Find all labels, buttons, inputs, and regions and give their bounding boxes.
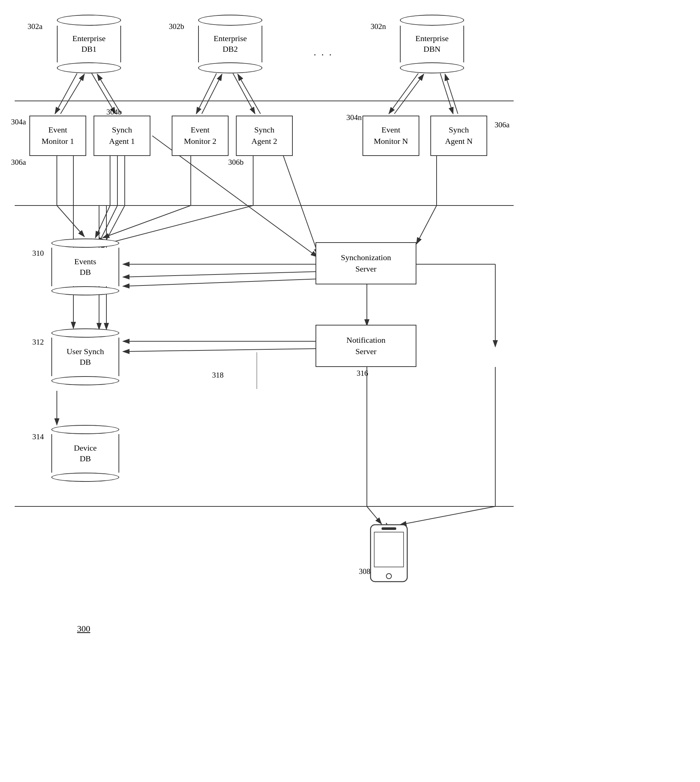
ref-306b: 306b	[228, 158, 243, 167]
synch-agent-n: SynchAgent N	[430, 116, 487, 156]
svg-line-18	[57, 205, 84, 237]
svg-line-35	[123, 279, 318, 286]
figure-label: 300	[77, 624, 90, 634]
synch-agent-1: SynchAgent 1	[93, 116, 150, 156]
ref-304a: 304a	[11, 117, 26, 127]
ref-310: 310	[32, 249, 44, 258]
ref-318: 318	[212, 371, 224, 380]
ref-314: 314	[32, 432, 44, 442]
ref-302b: 302b	[169, 22, 184, 31]
event-monitor-2: EventMonitor 2	[172, 116, 228, 156]
ref-316: 316	[357, 369, 368, 378]
ref-304b: 304b	[107, 108, 122, 117]
svg-line-11	[233, 73, 255, 114]
svg-line-44	[367, 507, 382, 524]
svg-line-26	[103, 205, 191, 238]
svg-line-30	[279, 143, 318, 255]
svg-line-40	[123, 348, 318, 352]
svg-line-13	[389, 73, 418, 114]
svg-line-14	[394, 74, 424, 114]
enterprise-dbn: EnterpriseDBN	[400, 15, 464, 73]
device-icon	[363, 523, 415, 589]
svg-rect-51	[374, 532, 403, 567]
svg-line-16	[445, 74, 458, 114]
svg-line-6	[60, 74, 84, 114]
ref-306a-right: 306a	[495, 120, 510, 130]
ref-302n: 302n	[370, 22, 386, 31]
svg-line-12	[238, 74, 260, 114]
svg-line-28	[105, 205, 253, 244]
dots: . . .	[314, 47, 333, 58]
svg-rect-53	[382, 527, 396, 530]
ref-306a-left: 306a	[11, 158, 26, 167]
svg-line-46	[400, 507, 495, 525]
device-db: DeviceDB	[52, 425, 119, 482]
svg-line-10	[202, 74, 222, 114]
ref-302a: 302a	[28, 22, 43, 31]
sync-server: SynchonizationServer	[315, 242, 417, 284]
events-db: EventsDB	[52, 238, 119, 295]
svg-line-20	[95, 205, 110, 238]
ref-312: 312	[32, 338, 44, 347]
notification-server: NotificationServer	[315, 325, 417, 367]
svg-line-32	[417, 205, 437, 244]
svg-line-5	[55, 73, 77, 114]
enterprise-db1: EnterpriseDB1	[57, 15, 121, 73]
svg-line-15	[440, 73, 453, 114]
synch-agent-2: SynchAgent 2	[236, 116, 293, 156]
svg-line-34	[123, 272, 318, 277]
diagram-container: EnterpriseDB1 EnterpriseDB2 EnterpriseDB…	[0, 0, 700, 782]
ref-304n: 304n	[346, 113, 362, 122]
enterprise-db2: EnterpriseDB2	[198, 15, 262, 73]
event-monitor-1: EventMonitor 1	[29, 116, 86, 156]
event-monitor-n: EventMonitor N	[362, 116, 419, 156]
svg-line-9	[196, 73, 217, 114]
user-synch-db: User SynchDB	[52, 328, 119, 385]
